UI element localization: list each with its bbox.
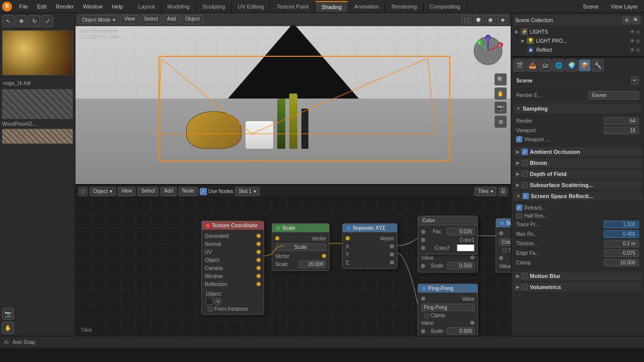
from-instancer-checkbox[interactable] xyxy=(208,307,213,312)
bloom-header[interactable]: ▶ Bloom xyxy=(513,158,642,167)
pp2-scale-input[interactable]: 0.500 xyxy=(447,327,474,335)
use-nodes-toggle[interactable]: ✓ Use Nodes xyxy=(200,188,233,195)
material-mode-btn[interactable]: ◉ xyxy=(486,15,496,24)
nav-gizmo[interactable]: X Y Z xyxy=(470,33,506,68)
clamp-value[interactable]: 10.000 xyxy=(604,259,639,266)
tab-shading[interactable]: Shading xyxy=(315,1,348,12)
use-nodes-checkbox[interactable]: ✓ xyxy=(200,188,207,195)
node-view-btn[interactable]: View xyxy=(118,187,136,196)
tab-animation[interactable]: Animation xyxy=(348,2,385,12)
rotate-tool[interactable]: ↻ xyxy=(28,15,40,27)
menu-file[interactable]: File xyxy=(15,3,32,11)
object-color-swatch[interactable] xyxy=(206,298,213,305)
fac-input[interactable]: 0.026 xyxy=(447,228,474,235)
sss-checkbox[interactable] xyxy=(522,182,528,188)
lightpro-eye-icon[interactable]: 👁 xyxy=(630,38,635,44)
separate-xyz-node[interactable]: Separate XYZ Vector X Y xyxy=(342,223,397,269)
menu-render[interactable]: Render xyxy=(52,3,78,11)
object-picker-btn[interactable]: ⊙ xyxy=(214,298,221,305)
grid-btn[interactable]: ⊞ xyxy=(495,116,507,128)
wireframe-mode-btn[interactable]: ⬚ xyxy=(461,15,471,24)
select-btn[interactable]: Select xyxy=(140,15,162,24)
node-menu-btn[interactable]: ☰ xyxy=(499,187,508,196)
thickness-value[interactable]: 0.2 m xyxy=(604,240,639,247)
node-select-btn[interactable]: Select xyxy=(137,187,158,196)
prop-tab-world[interactable]: 🌍 xyxy=(566,59,578,71)
pp2-clamp-checkbox[interactable] xyxy=(424,313,429,318)
node-add-btn[interactable]: Add xyxy=(160,187,177,196)
view-btn[interactable]: View xyxy=(121,15,139,24)
render-engine-select[interactable]: Eevee xyxy=(589,91,639,100)
color2-swatch[interactable] xyxy=(457,244,474,251)
from-instancer-check[interactable]: From Instancer xyxy=(205,306,261,312)
object-mode-dropdown[interactable]: Object Mode ▾ xyxy=(78,15,119,24)
outliner-lights-item[interactable]: ▶ ⚡ LIGHTS 👁 ⊙ xyxy=(513,27,642,36)
ping-pong-node-2[interactable]: Ping-Pong Value Ping-Pong Clamp xyxy=(418,284,478,336)
add-btn[interactable]: Add xyxy=(164,15,180,24)
node-object-dropdown[interactable]: Object ▾ xyxy=(90,187,116,196)
viewport-3d[interactable]: Object Mode ▾ View Select Add Object ⬚ ⬟… xyxy=(75,13,511,185)
vol-header[interactable]: ▶ Volumetrics xyxy=(513,283,642,292)
cursor-tool[interactable]: ↖ xyxy=(2,15,14,27)
pan-btn[interactable]: ✋ xyxy=(495,87,507,100)
smooth-minimum-node[interactable]: Smooth Minimum Value Color Burn Clamp xyxy=(496,218,511,273)
pp2-mode-select[interactable]: Ping-Pong xyxy=(421,304,474,311)
reflect-eye-icon[interactable]: 👁 xyxy=(630,47,635,53)
reflect-render-icon[interactable]: ⊙ xyxy=(636,47,640,53)
tab-texture-paint[interactable]: Texture Paint xyxy=(270,2,315,12)
motion-blur-header[interactable]: ▶ Motion Blur xyxy=(513,272,642,281)
material-name-dropdown[interactable]: Tiles ▾ xyxy=(474,187,497,196)
vol-checkbox[interactable] xyxy=(522,284,528,290)
prop-tab-modifier[interactable]: 🔧 xyxy=(592,59,604,71)
trace-precision-value[interactable]: 1.000 xyxy=(604,221,639,228)
zoom-in-btn[interactable]: 🔍 xyxy=(495,73,507,85)
edge-fade-value[interactable]: 0.075 xyxy=(604,249,639,257)
viewport-sample-value[interactable]: 16 xyxy=(604,127,639,134)
menu-window[interactable]: Window xyxy=(79,3,107,11)
bloom-checkbox[interactable] xyxy=(522,160,528,166)
prop-tab-object[interactable]: 📦 xyxy=(579,59,591,71)
refraction-checkbox[interactable]: ✓ xyxy=(516,205,522,211)
object-btn[interactable]: Object xyxy=(182,15,203,24)
tab-modeling[interactable]: Modeling xyxy=(162,2,197,12)
tab-rendering[interactable]: Rendering xyxy=(385,2,424,12)
node-node-btn[interactable]: Node xyxy=(179,187,198,196)
prop-tab-view[interactable]: 🗂 xyxy=(539,59,551,71)
mb-checkbox[interactable] xyxy=(522,273,528,279)
render-sample-value[interactable]: 64 xyxy=(604,117,639,125)
ao-header[interactable]: ▶ ✓ Ambient Occlusion xyxy=(513,147,642,156)
blender-logo[interactable]: B xyxy=(2,2,12,12)
pp1-scale-input[interactable]: 0.500 xyxy=(447,262,474,269)
lights-eye-icon[interactable]: 👁 xyxy=(630,29,635,35)
render-mode-btn[interactable]: ◈ xyxy=(498,15,508,24)
sampling-header[interactable]: ▼ Sampling xyxy=(513,104,642,113)
tab-layout[interactable]: Layout xyxy=(132,2,162,12)
ao-checkbox[interactable]: ✓ xyxy=(522,149,528,155)
scale-mode-select[interactable]: Scale xyxy=(275,243,326,251)
scale-value-input[interactable]: 20.000 xyxy=(298,260,326,268)
move-tool[interactable]: ✥ xyxy=(15,15,27,27)
tab-uv-editing[interactable]: UV Editing xyxy=(231,2,270,12)
slot-dropdown[interactable]: Slot 1 ▾ xyxy=(235,187,260,196)
prop-tab-output[interactable]: 📤 xyxy=(526,59,538,71)
ssr-checkbox[interactable]: ✓ xyxy=(523,193,529,199)
scale-node[interactable]: Scale Vector Scale Vector xyxy=(272,223,330,271)
dof-checkbox[interactable] xyxy=(522,171,528,177)
outliner-search-btn[interactable]: 🔍 xyxy=(632,16,640,24)
tab-compositing[interactable]: Compositing xyxy=(424,2,467,12)
menu-edit[interactable]: Edit xyxy=(33,3,51,11)
texture-coordinate-node[interactable]: Texture Coordinate Generated Normal UV xyxy=(201,221,264,315)
hand-icon-btn[interactable]: ✋ xyxy=(2,322,14,334)
outliner-lightpro-item[interactable]: ▶ 💡 LIGHT PRO... 👁 ⊙ xyxy=(519,36,642,45)
ssr-header[interactable]: ▼ ✓ Screen Space Reflecti... xyxy=(513,192,642,201)
solid-mode-btn[interactable]: ⬟ xyxy=(473,15,484,24)
lights-render-icon[interactable]: ⊙ xyxy=(636,29,640,35)
menu-help[interactable]: Help xyxy=(108,3,127,11)
max-roughness-value[interactable]: 0.486 xyxy=(604,230,639,238)
dof-header[interactable]: ▶ Depth of Field xyxy=(513,169,642,178)
tab-sculpting[interactable]: Sculpting xyxy=(196,2,231,12)
scale-tool[interactable]: ⤢ xyxy=(41,15,53,27)
outliner-filter-btn[interactable]: ⊞ xyxy=(623,16,631,24)
camera-view-btn[interactable]: 📷 xyxy=(495,102,507,114)
prop-tab-scene[interactable]: 🌐 xyxy=(552,59,565,71)
